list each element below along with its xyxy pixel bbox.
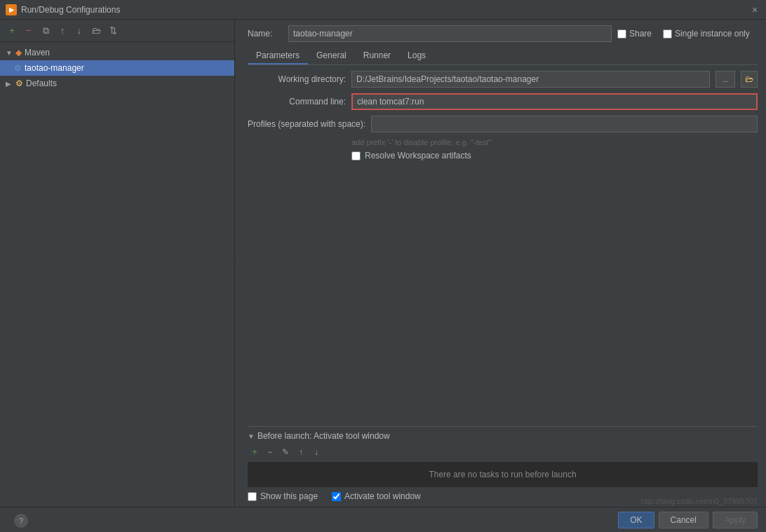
resolve-checkbox[interactable] <box>351 151 361 161</box>
activate-tool-window-option[interactable]: Activate tool window <box>332 491 421 501</box>
right-panel: Name: Share Single instance only Paramet… <box>239 20 766 507</box>
watermark: http://blog.csdn.net/m0_37995707 <box>641 497 758 505</box>
name-input[interactable] <box>288 25 612 42</box>
tree-item-label: taotao-manager <box>25 63 84 73</box>
bottom-bar: OK Cancel Apply <box>0 507 766 532</box>
share-row: Share Single instance only <box>617 29 758 39</box>
config-tree: ▼ ◆ Maven ⚙ taotao-manager ▶ ⚙ Defaults <box>0 42 234 507</box>
resolve-label: Resolve Workspace artifacts <box>365 151 471 161</box>
cancel-button[interactable]: Cancel <box>659 512 708 528</box>
title-bar: ▶ Run/Debug Configurations × <box>0 0 766 20</box>
tab-runner[interactable]: Runner <box>355 48 399 64</box>
main-container: + − ⧉ ↑ ↓ 🗁 ⇅ ▼ ◆ Maven ⚙ taotao-manager… <box>0 20 766 507</box>
add-button[interactable]: + <box>4 23 20 39</box>
before-launch-toolbar: + − ✎ ↑ ↓ <box>248 445 758 459</box>
before-launch-header: ▼ Before launch: Activate tool window <box>248 431 758 441</box>
maven-icon: ◆ <box>15 48 22 57</box>
activate-tool-window-label: Activate tool window <box>344 491 421 501</box>
folder-button[interactable]: 🗁 <box>88 23 104 39</box>
bl-edit-button[interactable]: ✎ <box>278 445 293 459</box>
cmd-line-input[interactable] <box>351 93 758 110</box>
apply-button[interactable]: Apply <box>713 512 758 528</box>
profiles-row: Profiles (separated with space): <box>248 116 758 132</box>
copy-button[interactable]: ⧉ <box>38 23 53 39</box>
activate-tool-window-checkbox[interactable] <box>332 492 341 501</box>
defaults-icon: ⚙ <box>15 79 23 88</box>
profiles-hint: add prefix '-' to disable profile, e.g. … <box>248 138 758 146</box>
cmd-line-row: Command line: <box>248 93 758 110</box>
before-launch-section: ▼ Before launch: Activate tool window + … <box>248 426 758 501</box>
working-dir-row: Working directory: ... 🗁 <box>248 71 758 88</box>
share-checkbox[interactable] <box>617 29 626 39</box>
move-down-button[interactable]: ↓ <box>72 23 87 39</box>
single-instance-label: Single instance only <box>675 29 750 39</box>
before-launch-title: Before launch: Activate tool window <box>257 431 390 441</box>
defaults-arrow: ▶ <box>6 80 13 88</box>
no-tasks-text: There are no tasks to run before launch <box>429 470 576 479</box>
remove-button[interactable]: − <box>21 23 36 39</box>
before-launch-arrow[interactable]: ▼ <box>248 432 255 440</box>
bl-add-button[interactable]: + <box>248 445 262 459</box>
tab-logs[interactable]: Logs <box>399 48 434 64</box>
move-up-button[interactable]: ↑ <box>55 23 70 39</box>
working-dir-input[interactable] <box>351 71 710 88</box>
sort-button[interactable]: ⇅ <box>105 23 121 39</box>
tab-general[interactable]: General <box>308 48 355 64</box>
ok-button[interactable]: OK <box>618 512 654 528</box>
before-launch-list: There are no tasks to run before launch <box>248 462 758 487</box>
open-folder-button[interactable]: 🗁 <box>741 71 758 88</box>
name-label: Name: <box>248 29 283 39</box>
profiles-label: Profiles (separated with space): <box>248 119 365 129</box>
bl-down-button[interactable]: ↓ <box>309 445 323 459</box>
tab-parameters[interactable]: Parameters <box>248 48 308 64</box>
tabs-bar: Parameters General Runner Logs <box>248 48 758 65</box>
tree-item-taotao-manager[interactable]: ⚙ taotao-manager <box>0 60 234 76</box>
show-page-label: Show this page <box>260 491 318 501</box>
bl-remove-button[interactable]: − <box>263 445 277 459</box>
bl-up-button[interactable]: ↑ <box>294 445 308 459</box>
tree-defaults-group[interactable]: ▶ ⚙ Defaults <box>0 76 234 91</box>
tree-maven-group[interactable]: ▼ ◆ Maven <box>0 45 234 60</box>
cmd-line-label: Command line: <box>248 97 346 107</box>
resolve-row: Resolve Workspace artifacts <box>248 151 758 161</box>
maven-group-label: Maven <box>25 48 50 57</box>
name-row: Name: Share Single instance only <box>248 25 758 42</box>
working-dir-label: Working directory: <box>248 74 346 84</box>
maven-arrow: ▼ <box>6 49 13 57</box>
config-icon: ⚙ <box>14 63 22 73</box>
title-bar-title: Run/Debug Configurations <box>21 5 745 15</box>
share-label: Share <box>629 29 652 39</box>
browse-button[interactable]: ... <box>715 71 735 88</box>
single-instance-checkbox[interactable] <box>663 29 672 39</box>
form-section: Working directory: ... 🗁 Command line: P… <box>248 71 758 426</box>
close-button[interactable]: × <box>749 4 760 15</box>
defaults-label: Defaults <box>26 79 57 88</box>
left-toolbar: + − ⧉ ↑ ↓ 🗁 ⇅ <box>0 20 234 42</box>
app-icon: ▶ <box>6 4 17 15</box>
profiles-input[interactable] <box>371 116 758 132</box>
show-this-page-option[interactable]: Show this page <box>248 491 318 501</box>
left-panel: + − ⧉ ↑ ↓ 🗁 ⇅ ▼ ◆ Maven ⚙ taotao-manager… <box>0 20 235 507</box>
help-button[interactable]: ? <box>14 514 28 528</box>
show-page-checkbox[interactable] <box>248 492 257 501</box>
